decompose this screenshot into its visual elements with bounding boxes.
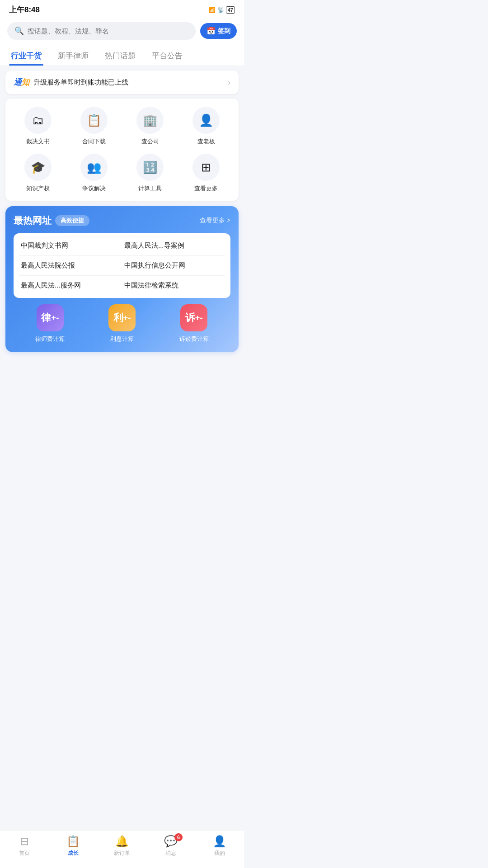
grid-item-calc-tool[interactable]: 🔢 计算工具 xyxy=(122,154,178,193)
ip-icon: 🎓 xyxy=(24,154,52,181)
hot-link-row-1: 最高人民法院公报 中国执行信息公开网 xyxy=(19,256,225,276)
banner-logo: 通知 xyxy=(14,77,29,88)
hot-badge: 高效便捷 xyxy=(55,215,89,226)
tab-industry[interactable]: 行业干货 xyxy=(9,45,43,66)
boss-icon: 👤 xyxy=(192,107,220,134)
status-icons: 📶 📡 47 xyxy=(209,6,235,14)
sign-button[interactable]: 📅 签到 xyxy=(200,23,237,39)
tab-newbie[interactable]: 新手律师 xyxy=(56,45,90,66)
tab-hot-topic[interactable]: 热门话题 xyxy=(103,45,137,66)
hot-more-button[interactable]: 查看更多 > xyxy=(200,217,230,225)
search-input-wrap[interactable]: 🔍 xyxy=(7,22,196,40)
contract-icon: 📋 xyxy=(80,107,108,134)
company-icon: 🏢 xyxy=(136,107,164,134)
hot-link-supreme-guide[interactable]: 最高人民法...导案例 xyxy=(124,241,223,250)
lawyer-fee-icon: 律+- xyxy=(37,304,64,331)
more-label: 查看更多 xyxy=(194,184,218,193)
hot-link-supreme-service[interactable]: 最高人民法...服务网 xyxy=(21,281,124,290)
calc-tools-row: 律+- 律师费计算 利+- 利息计算 诉+- 诉讼费计算 xyxy=(14,304,230,343)
hot-link-law-search[interactable]: 中国法律检索系统 xyxy=(124,281,223,290)
boss-label: 查老板 xyxy=(197,137,215,146)
contract-label: 合同下载 xyxy=(82,137,106,146)
search-icon: 🔍 xyxy=(14,26,24,36)
interest-label: 利息计算 xyxy=(110,335,134,343)
hot-sites-section: 最热网址 高效便捷 查看更多 > 中国裁判文书网 最高人民法...导案例 最高人… xyxy=(5,206,239,352)
hot-link-verdict[interactable]: 中国裁判文书网 xyxy=(21,241,124,250)
grid-item-more[interactable]: ⊞ 查看更多 xyxy=(178,154,234,193)
tabs-row: 行业干货 新手律师 热门话题 平台公告 xyxy=(0,45,244,66)
litigation-icon: 诉+- xyxy=(180,304,207,331)
hot-link-supreme-report[interactable]: 最高人民法院公报 xyxy=(21,261,124,270)
search-bar-row: 🔍 📅 签到 xyxy=(0,18,244,45)
banner-row[interactable]: 通知 升级服务单即时到账功能已上线 › xyxy=(5,71,239,94)
dispute-label: 争议解决 xyxy=(82,184,106,193)
grid-item-boss[interactable]: 👤 查老板 xyxy=(178,107,234,146)
banner-arrow-icon: › xyxy=(228,78,230,87)
hot-link-row-0: 中国裁判文书网 最高人民法...导案例 xyxy=(19,236,225,256)
wifi-icon: 📡 xyxy=(217,7,224,13)
more-icon: ⊞ xyxy=(192,154,220,181)
battery-indicator: 47 xyxy=(226,6,235,14)
lawyer-fee-label: 律师费计算 xyxy=(35,335,65,343)
grid-item-contract[interactable]: 📋 合同下载 xyxy=(66,107,122,146)
calc-tool-interest[interactable]: 利+- 利息计算 xyxy=(108,304,136,343)
hot-title-group: 最热网址 高效便捷 xyxy=(14,214,89,227)
ip-label: 知识产权 xyxy=(26,184,50,193)
calc-tool-icon: 🔢 xyxy=(136,154,164,181)
status-time: 上午8:48 xyxy=(9,5,40,15)
calc-tool-label: 计算工具 xyxy=(138,184,162,193)
tab-notice[interactable]: 平台公告 xyxy=(150,45,184,66)
dispute-icon: 👥 xyxy=(80,154,108,181)
calc-tool-lawyer-fee[interactable]: 律+- 律师费计算 xyxy=(35,304,65,343)
grid-item-company[interactable]: 🏢 查公司 xyxy=(122,107,178,146)
verdict-label: 裁决文书 xyxy=(26,137,50,146)
grid-item-verdict[interactable]: 🗂 裁决文书 xyxy=(10,107,66,146)
grid-item-ip[interactable]: 🎓 知识产权 xyxy=(10,154,66,193)
company-label: 查公司 xyxy=(141,137,159,146)
interest-icon: 利+- xyxy=(108,304,136,331)
grid-item-dispute[interactable]: 👥 争议解决 xyxy=(66,154,122,193)
calc-tool-litigation[interactable]: 诉+- 诉讼费计算 xyxy=(179,304,209,343)
hot-sites-header: 最热网址 高效便捷 查看更多 > xyxy=(14,214,230,227)
signal-icon: 📶 xyxy=(209,7,216,13)
litigation-label: 诉讼费计算 xyxy=(179,335,209,343)
sign-label: 签到 xyxy=(218,27,230,35)
calendar-check-icon: 📅 xyxy=(206,27,216,35)
hot-link-row-2: 最高人民法...服务网 中国法律检索系统 xyxy=(19,276,225,295)
hot-links-box: 中国裁判文书网 最高人民法...导案例 最高人民法院公报 中国执行信息公开网 最… xyxy=(14,233,230,298)
hot-link-execution-info[interactable]: 中国执行信息公开网 xyxy=(124,261,223,270)
function-grid: 🗂 裁决文书 📋 合同下载 🏢 查公司 👤 查老板 🎓 知识产权 👥 争议解决 … xyxy=(5,99,239,201)
search-input[interactable] xyxy=(28,27,188,35)
banner-text: 升级服务单即时到账功能已上线 xyxy=(33,78,223,87)
verdict-icon: 🗂 xyxy=(24,107,52,134)
hot-sites-title: 最热网址 xyxy=(14,214,52,227)
status-bar: 上午8:48 📶 📡 47 xyxy=(0,0,244,18)
